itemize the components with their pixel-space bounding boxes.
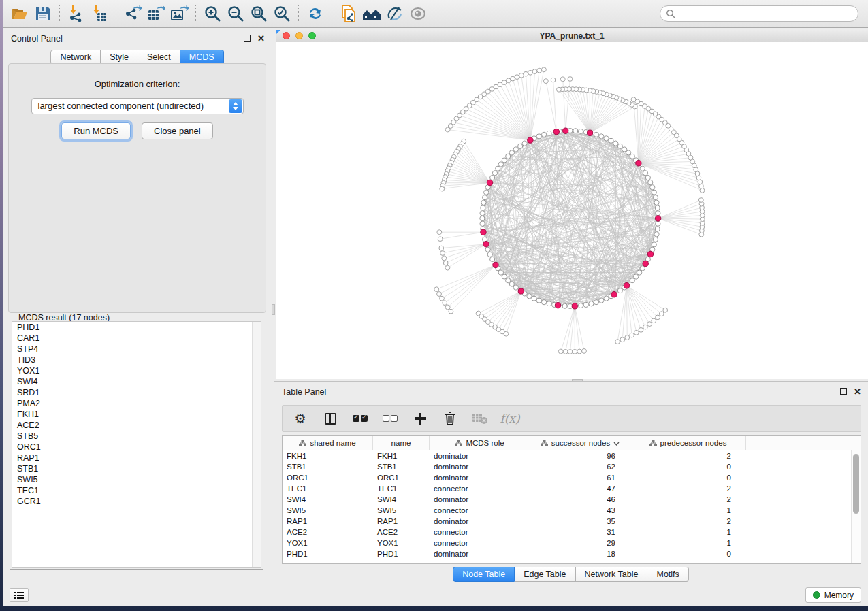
table-row[interactable]: STB1STB1dominator620 xyxy=(283,461,861,472)
mcds-result-item[interactable]: ACE2 xyxy=(12,420,261,431)
optimization-criterion-select[interactable]: largest connected component (undirected) xyxy=(31,98,244,114)
zoom-selected-icon[interactable] xyxy=(270,3,293,24)
open-session-icon[interactable] xyxy=(8,3,31,24)
table-row[interactable]: YOX1YOX1connector291 xyxy=(283,538,861,548)
table-row[interactable]: PHD1PHD1dominator180 xyxy=(283,548,861,559)
table-row[interactable]: RAP1RAP1dominator352 xyxy=(283,516,861,527)
control-panel: Control Panel ✕ NetworkStyleSelectMCDS O… xyxy=(3,29,272,584)
deselect-all-icon[interactable] xyxy=(382,410,398,427)
mcds-result-item[interactable]: SRD1 xyxy=(12,387,261,398)
table-panel: Table Panel ✕ ⚙ f(x) shared xyxy=(274,381,868,584)
mcds-result-list[interactable]: PHD1CAR1STP4TID3YOX1SWI4SRD1PMA2FKH1ACE2… xyxy=(12,321,261,568)
search-field xyxy=(660,5,858,22)
column-header-predecessor-nodes[interactable]: predecessor nodes xyxy=(630,436,746,450)
mcds-result-item[interactable]: STB1 xyxy=(12,463,261,474)
mcds-result-item[interactable]: SWI4 xyxy=(12,376,261,387)
tab-node-table[interactable]: Node Table xyxy=(453,567,515,582)
export-network-icon[interactable] xyxy=(121,3,144,24)
close-table-panel-icon[interactable]: ✕ xyxy=(854,387,861,397)
tab-select[interactable]: Select xyxy=(138,50,180,65)
table-row[interactable]: ORC1ORC1dominator610 xyxy=(283,472,861,483)
zoom-out-icon[interactable] xyxy=(224,3,247,24)
tab-mcds[interactable]: MCDS xyxy=(180,50,224,65)
close-panel-button[interactable]: Close panel xyxy=(142,122,213,139)
select-all-icon[interactable] xyxy=(352,410,368,427)
float-panel-icon[interactable] xyxy=(244,34,251,44)
mcds-result-item[interactable]: PHD1 xyxy=(12,322,261,333)
export-image-icon[interactable] xyxy=(167,3,191,24)
mcds-result-item[interactable]: TID3 xyxy=(12,354,261,365)
refresh-view-icon[interactable] xyxy=(304,3,327,24)
tab-motifs[interactable]: Motifs xyxy=(647,567,688,582)
table-cell: dominator xyxy=(430,461,530,472)
table-tabs: Node TableEdge TableNetwork TableMotifs xyxy=(274,567,868,582)
table-row[interactable]: SWI4SWI4dominator462 xyxy=(283,494,861,505)
network-graph[interactable] xyxy=(276,42,868,379)
hide-graphics-details-icon[interactable] xyxy=(383,3,406,24)
show-graphics-details-icon[interactable] xyxy=(406,3,430,24)
table-cell: ACE2 xyxy=(373,527,430,538)
table-scrollbar[interactable] xyxy=(851,450,861,563)
mcds-result-item[interactable]: SWI5 xyxy=(12,474,261,485)
save-session-icon[interactable] xyxy=(31,3,54,24)
node-table[interactable]: shared namenameMCDS rolesuccessor nodesp… xyxy=(282,435,861,564)
export-table-icon[interactable] xyxy=(144,3,167,24)
mcds-result-item[interactable]: YOX1 xyxy=(12,365,261,376)
tab-network[interactable]: Network xyxy=(50,50,101,65)
tab-style[interactable]: Style xyxy=(101,50,138,65)
dev-panel-menu-button[interactable] xyxy=(10,588,29,602)
mcds-result-item[interactable]: CAR1 xyxy=(12,333,261,344)
table-settings-icon[interactable]: ⚙ xyxy=(292,410,308,427)
result-list-scrollbar[interactable] xyxy=(252,322,261,567)
table-cell: YOX1 xyxy=(283,538,373,548)
toolbar-divider xyxy=(332,5,332,22)
zoom-in-icon[interactable] xyxy=(201,3,224,24)
hierarchy-icon xyxy=(299,440,306,446)
delete-table-icon xyxy=(472,410,488,427)
import-table-icon[interactable] xyxy=(88,3,111,24)
add-column-icon[interactable] xyxy=(412,410,428,427)
search-input[interactable] xyxy=(676,7,852,20)
mcds-result-item[interactable]: STB5 xyxy=(12,431,261,442)
table-scrollbar-thumb[interactable] xyxy=(853,454,859,514)
main-toolbar xyxy=(3,0,868,28)
memory-button[interactable]: Memory xyxy=(805,587,861,603)
table-cell: 61 xyxy=(530,472,630,483)
tab-network-table[interactable]: Network Table xyxy=(576,567,648,582)
mcds-result-item[interactable]: TEC1 xyxy=(12,485,261,496)
mcds-result-item[interactable]: STP4 xyxy=(12,344,261,354)
table-cell: 2 xyxy=(630,516,746,527)
table-row[interactable]: FKH1FKH1dominator962 xyxy=(283,450,861,461)
table-cell: ORC1 xyxy=(283,472,373,483)
float-table-panel-icon[interactable] xyxy=(840,387,847,397)
table-row[interactable]: SWI5SWI5connector431 xyxy=(283,505,861,516)
show-columns-icon[interactable] xyxy=(322,410,338,427)
column-header-successor-nodes[interactable]: successor nodes xyxy=(530,436,630,450)
column-header-name[interactable]: name xyxy=(373,436,430,450)
close-panel-icon[interactable]: ✕ xyxy=(257,34,265,44)
zoom-fit-icon[interactable] xyxy=(247,3,270,24)
mcds-result-item[interactable]: GCR1 xyxy=(12,496,261,507)
graph-edges xyxy=(436,69,702,352)
delete-column-icon[interactable] xyxy=(442,410,458,427)
table-row[interactable]: TEC1TEC1connector472 xyxy=(283,483,861,494)
run-mcds-button[interactable]: Run MCDS xyxy=(61,122,131,139)
mcds-result-item[interactable]: PMA2 xyxy=(12,398,261,409)
network-overview-icon[interactable] xyxy=(360,3,383,24)
table-row[interactable]: ACE2ACE2connector311 xyxy=(283,527,861,538)
mcds-result-item[interactable]: ORC1 xyxy=(12,442,261,452)
network-canvas[interactable] xyxy=(276,42,868,379)
clone-network-icon[interactable] xyxy=(337,3,360,24)
mcds-result-item[interactable]: RAP1 xyxy=(12,452,261,463)
import-network-icon[interactable] xyxy=(65,3,88,24)
mcds-result-item[interactable]: FKH1 xyxy=(12,409,261,420)
tab-edge-table[interactable]: Edge Table xyxy=(515,567,575,582)
vertical-splitter-handle[interactable] xyxy=(272,304,275,315)
table-cell: SWI5 xyxy=(283,505,373,516)
select-stepper-icon[interactable] xyxy=(229,99,242,113)
network-titlebar[interactable]: YPA_prune.txt_1 xyxy=(276,30,868,42)
table-cell: YOX1 xyxy=(373,538,430,548)
column-header-MCDS-role[interactable]: MCDS role xyxy=(430,436,530,450)
column-header-shared-name[interactable]: shared name xyxy=(283,436,373,450)
table-cell: 31 xyxy=(530,527,630,538)
